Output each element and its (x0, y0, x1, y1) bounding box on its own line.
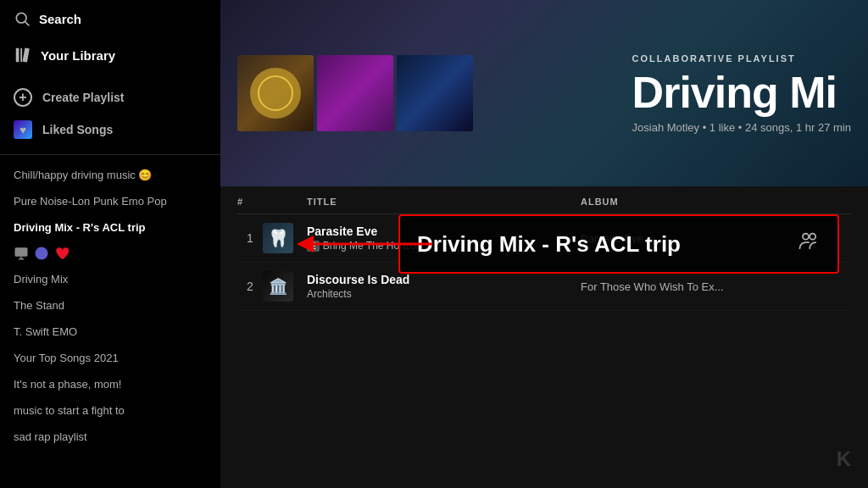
album-thumb-2 (317, 55, 393, 131)
search-icon (14, 10, 31, 27)
playlist-item[interactable]: Driving Mix - R's ACL trip (0, 214, 220, 241)
svg-line-1 (25, 22, 30, 26)
create-playlist-icon: + (14, 88, 32, 107)
playlist-meta: Josiah Motley • 1 like • 24 songs, 1 hr … (632, 121, 851, 134)
svg-point-7 (803, 234, 809, 240)
playlist-list: Chill/happy driving music 😊Pure Noise-Lo… (0, 155, 220, 488)
highlight-box: Driving Mix - R's ACL trip (398, 214, 839, 274)
playlist-icons-row (0, 241, 220, 266)
red-arrow (288, 227, 441, 261)
sidebar-search-item[interactable]: Search (0, 0, 220, 37)
svg-point-0 (16, 13, 26, 23)
song-thumb: 🏛️ (263, 271, 293, 302)
col-num: # (237, 197, 263, 207)
playlist-item[interactable]: The Stand (0, 292, 220, 319)
playlist-item[interactable]: Chill/happy driving music 😊 (0, 162, 220, 188)
library-icon (14, 46, 32, 64)
playlist-item[interactable]: sad rap playlist (0, 424, 220, 450)
svg-point-6 (36, 247, 48, 260)
col-album: ALBUM (574, 197, 851, 207)
song-title: Discourse Is Dead (307, 273, 574, 286)
album-thumb-3 (397, 55, 473, 131)
highlight-title: Driving Mix - R's ACL trip (417, 231, 681, 258)
search-label: Search (39, 12, 81, 26)
playlist-item[interactable]: Your Top Songs 2021 (0, 345, 220, 371)
song-album: For Those Who Wish To Ex... (574, 280, 851, 293)
main-content: COLLABORATIVE PLAYLIST Driving Mi Josiah… (220, 0, 868, 488)
album-thumb-1 (237, 55, 314, 131)
svg-point-8 (810, 234, 815, 240)
svg-rect-3 (20, 48, 22, 63)
playlist-item[interactable]: music to start a fight to (0, 397, 220, 424)
liked-songs-item[interactable]: ♥ Liked Songs (0, 114, 220, 146)
watermark: K (837, 447, 851, 471)
your-library-label: Your Library (41, 48, 115, 63)
hero-text: COLLABORATIVE PLAYLIST Driving Mi Josiah… (632, 53, 851, 134)
create-playlist-item[interactable]: + Create Playlist (0, 81, 220, 114)
playlist-item[interactable]: T. Swift EMO (0, 319, 220, 345)
playlist-item[interactable]: Pure Noise-Lon Punk Emo Pop (0, 188, 220, 214)
song-number: 2 (237, 280, 263, 293)
svg-rect-4 (23, 47, 30, 62)
song-number: 1 (237, 231, 263, 245)
collaborative-label: COLLABORATIVE PLAYLIST (632, 53, 851, 64)
sidebar-actions: + Create Playlist ♥ Liked Songs (0, 73, 220, 155)
col-thumb (263, 197, 297, 207)
svg-rect-2 (16, 48, 19, 63)
hero-section: COLLABORATIVE PLAYLIST Driving Mi Josiah… (220, 0, 868, 186)
liked-songs-label: Liked Songs (42, 123, 113, 136)
svg-marker-10 (297, 236, 314, 252)
computer-icon (14, 246, 29, 261)
col-title: TITLE (297, 197, 574, 207)
song-list-header: # TITLE ALBUM (237, 186, 851, 214)
song-artist: Architects (307, 288, 574, 300)
sidebar: Search Your Library + Create Playlist ♥ … (0, 0, 220, 488)
song-info: Discourse Is Dead Architects (297, 273, 574, 300)
liked-songs-icon: ♥ (14, 120, 32, 139)
playlist-title-hero: Driving Mi (632, 70, 851, 114)
collab-icon (797, 230, 821, 258)
playlist-item[interactable]: It's not a phase, mom! (0, 371, 220, 397)
sidebar-your-library[interactable]: Your Library (0, 37, 220, 73)
heart-icon (54, 246, 70, 261)
playlist-item[interactable]: Driving Mix (0, 266, 220, 292)
svg-rect-5 (15, 247, 28, 257)
spotify-icon (34, 246, 49, 261)
create-playlist-label: Create Playlist (42, 91, 125, 104)
